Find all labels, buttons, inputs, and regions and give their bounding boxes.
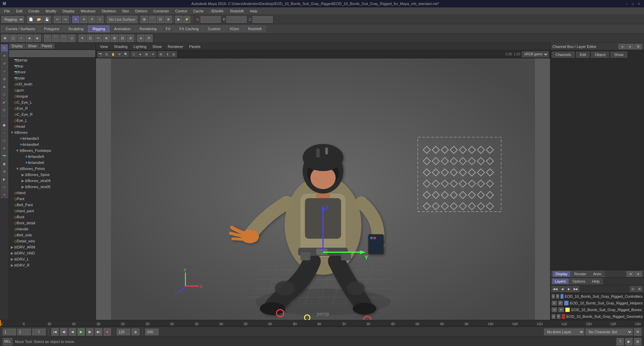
viewport-canvas[interactable]: Z Y X	[96, 58, 550, 320]
tab-rigging[interactable]: Rigging	[88, 25, 109, 32]
bezier-curve[interactable]: ⌒	[60, 35, 67, 42]
layer-last-btn[interactable]: ▶▶	[573, 286, 579, 292]
snap-curve-button[interactable]: ⌒	[149, 16, 156, 23]
curve-ep[interactable]: ⌒	[44, 35, 51, 42]
outliner-item-Eye_L[interactable]: ◇ Eye_L	[9, 117, 96, 123]
paint-select[interactable]: ◄	[25, 35, 33, 42]
tab-fx-caching[interactable]: FX Caching	[175, 25, 203, 32]
layer-tab-anim[interactable]: Anim	[590, 271, 604, 277]
xray-icon[interactable]: ◎	[1, 106, 8, 113]
layer-tab-display[interactable]: Display	[552, 271, 571, 277]
outliner-item-Bones_xtra05[interactable]: ▶⊞ Bones_xtra05	[9, 184, 96, 190]
end-frame-input[interactable]	[117, 329, 130, 335]
layer-p-geometry[interactable]: P	[557, 314, 560, 319]
layer-tab-render[interactable]: Render	[571, 271, 589, 277]
paint-skin-icon[interactable]: 🖌	[1, 98, 8, 106]
curve-cv[interactable]: ⌒	[52, 35, 59, 42]
vp-menu-panels[interactable]: Panels	[186, 44, 203, 49]
character-set-select[interactable]: No Character Set	[586, 329, 633, 335]
move-tool-button[interactable]: ✛	[80, 16, 88, 23]
step-back-button[interactable]: ◀|	[60, 328, 67, 336]
outliner-item-DRV_ARM[interactable]: ▶⊞ DRV_ARM	[9, 244, 96, 250]
layer-opts-btn2[interactable]: ⊞	[637, 286, 643, 292]
outliner-display-btn[interactable]: Display	[9, 44, 25, 49]
menu-skeleton[interactable]: Skeleton	[99, 8, 119, 14]
mode-select[interactable]: Rigging	[1, 16, 24, 23]
vp-hud-btn[interactable]: ℹ	[164, 51, 170, 57]
anim-layer-select[interactable]: No Anim Layer	[544, 329, 584, 335]
close-button[interactable]: ×	[637, 1, 641, 6]
scale-tool-button[interactable]: ⤢	[96, 16, 104, 23]
layer-p-helpers[interactable]: P	[558, 301, 563, 305]
select-tool-button[interactable]: ↖	[72, 16, 79, 23]
outliner-item-DRV_R[interactable]: ▶⊞ DRV_R	[9, 262, 96, 268]
help-line-btn[interactable]: ?	[616, 338, 624, 345]
outliner-item-persp[interactable]: 📷 persp	[9, 57, 96, 63]
outliner-item-side[interactable]: 📷 side	[9, 75, 96, 81]
outliner-item-front[interactable]: 📷 front	[9, 69, 96, 75]
ik-spline[interactable]: 〜	[95, 35, 102, 42]
scale-icon[interactable]: ⤢	[1, 67, 8, 75]
layer-expand[interactable]: ▸	[635, 271, 642, 277]
layer-minimize[interactable]: ◂	[627, 271, 634, 277]
channel-box-tab-channels[interactable]: Channels	[552, 52, 575, 58]
outliner-item-Eye_R[interactable]: ◇ Eye_R	[9, 105, 96, 111]
anim-icon[interactable]: ▶	[1, 175, 8, 183]
select-mode-icon[interactable]: ↖	[1, 44, 8, 52]
menu-help[interactable]: Help	[247, 8, 260, 14]
redo-button[interactable]: ↪	[62, 16, 69, 23]
move-normal[interactable]: ⟳	[145, 35, 153, 42]
timeline-track[interactable]: 1 5 10 15 20 25 30 35 40 45 50 55 60 65 …	[0, 320, 644, 326]
soft-select[interactable]: ◈	[34, 35, 41, 42]
menu-redshift[interactable]: Redshift	[227, 8, 246, 14]
subdiv-icon[interactable]: ⬡	[1, 137, 8, 144]
select-by-component[interactable]: ✦	[1, 35, 9, 42]
tab-sculpting[interactable]: Sculpting	[64, 25, 88, 32]
x-input[interactable]	[201, 16, 221, 23]
layer-opts-btn1[interactable]: ⊡	[630, 286, 636, 292]
channel-box-settings[interactable]: ⚙	[635, 44, 642, 49]
play-back-button[interactable]: ◀	[69, 328, 76, 336]
menu-cache[interactable]: Cache	[191, 8, 207, 14]
layer-v-controllers[interactable]: V	[552, 294, 555, 299]
minimize-button[interactable]: −	[625, 1, 629, 6]
render-region-icon[interactable]: ▣	[1, 160, 8, 167]
reroot-skeleton[interactable]: ⊞	[111, 35, 118, 42]
light-icon[interactable]: ☀	[1, 145, 8, 152]
dope-icon[interactable]: ◇	[1, 183, 8, 190]
outliner-item-C_Eye_R[interactable]: ◇ C_Eye_R	[9, 111, 96, 117]
go-to-end-button[interactable]: ▶|	[95, 328, 102, 336]
menu-windows[interactable]: Windows	[78, 8, 98, 14]
outliner-item-Belt_side[interactable]: ◇ Belt_side	[9, 232, 96, 238]
render-button[interactable]: ▶	[175, 16, 182, 23]
current-frame-input[interactable]	[17, 329, 31, 335]
soft-mod-icon[interactable]: ◈	[1, 83, 8, 90]
move-icon[interactable]: ✛	[1, 52, 8, 59]
outliner-item-ikHandle4[interactable]: ✦ ikHandle4	[9, 141, 96, 148]
outliner-item-Detail_wire[interactable]: ◇ Detail_wire	[9, 238, 96, 244]
show-manip-icon[interactable]: ⊕	[1, 168, 8, 175]
tab-animation[interactable]: Animation	[110, 25, 135, 32]
snap-surface-button[interactable]: ⊕	[165, 16, 172, 23]
tab-curves-surfaces[interactable]: Curves / Surfaces	[1, 25, 39, 32]
layer-p-controllers[interactable]: P	[556, 294, 559, 299]
ipr-button[interactable]: ⚡	[183, 16, 191, 23]
layer-sub-tab-options[interactable]: Options	[570, 278, 588, 284]
layer-sub-tab-layers[interactable]: Layers	[552, 278, 569, 284]
arc-tool[interactable]: ∪	[68, 35, 75, 42]
menu-create[interactable]: Create	[26, 8, 42, 14]
outliner-item-ikHandle3[interactable]: ✦ ikHandle3	[9, 135, 96, 141]
outliner-item-tongue[interactable]: ◇ tongue	[9, 93, 96, 99]
menu-file[interactable]: File	[1, 8, 13, 14]
menu-3dtoall[interactable]: -3DtoAll-	[207, 8, 227, 14]
deformer-icon[interactable]: ⬡	[1, 91, 8, 98]
disconnect-joint[interactable]: ⊘	[127, 35, 134, 42]
outliner-item-Bones_Pelvis[interactable]: ▼⊞ Bones_Pelvis	[9, 166, 96, 172]
layer-v-geometry[interactable]: V	[552, 314, 555, 319]
outliner-item-Handle[interactable]: ◇ Handle	[9, 226, 96, 232]
layer-v-helpers[interactable]: V	[552, 301, 557, 305]
status-line-btn[interactable]: ⊞	[634, 338, 641, 345]
anim-opts-btn[interactable]: ⚙	[634, 328, 641, 336]
snap-point-button[interactable]: ⊡	[157, 16, 164, 23]
new-scene-button[interactable]: 📄	[27, 16, 35, 23]
